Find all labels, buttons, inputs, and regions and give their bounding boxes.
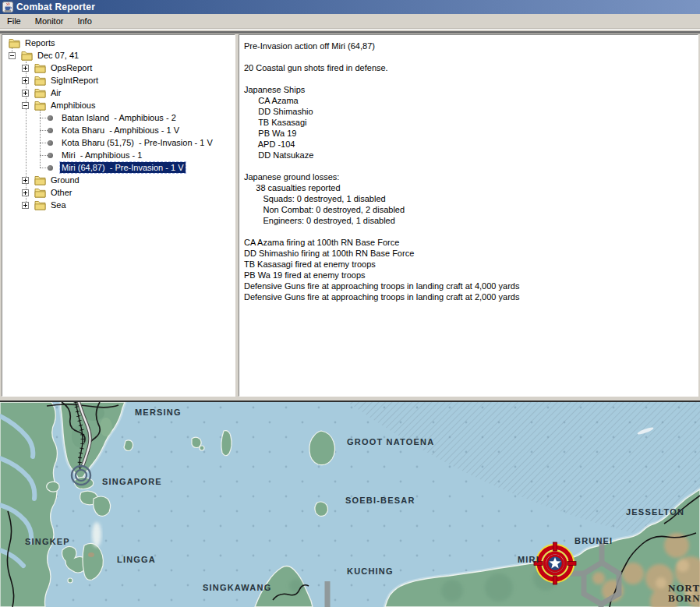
menu-item-file[interactable]: File — [1, 15, 27, 27]
map-label-singkawang: SINGKAWANG — [203, 583, 271, 592]
report-line: DD Shimashio — [244, 106, 693, 117]
report-line: Japanese Ships — [244, 84, 693, 95]
tree-item-label: Sea — [49, 199, 68, 210]
window-title: Combat Reporter — [16, 2, 95, 12]
report-line — [244, 226, 693, 237]
tree-item-label: Other — [49, 187, 74, 198]
tree-item-label: Dec 07, 41 — [36, 50, 80, 61]
report-text: Pre-Invasion action off Miri (64,87) 20 … — [239, 35, 698, 308]
tree-item-air[interactable]: Air — [2, 86, 235, 99]
report-tree-panel[interactable]: ReportsDec 07, 41OpsReportSigIntReportAi… — [2, 34, 235, 397]
report-line: DD Natsukaze — [244, 150, 693, 161]
tree-item-dec-07-41[interactable]: Dec 07, 41 — [2, 49, 235, 62]
map-label-kuching: KUCHING — [347, 566, 394, 576]
java-coffee-cup-icon — [2, 2, 13, 12]
menu-bar: FileMonitorInfo — [0, 14, 700, 29]
report-line: 38 casualties reported — [244, 182, 693, 193]
port-circle-marker — [69, 464, 93, 490]
report-line: Squads: 0 destroyed, 1 disabled — [244, 193, 693, 204]
report-line: Japanese ground losses: — [244, 171, 693, 182]
tree-item-kota-bharu-amphibious-1-v[interactable]: Kota Bharu - Amphibious - 1 V — [2, 124, 235, 136]
combat-reporter-window: { "window": { "title": "Combat Reporter"… — [0, 0, 700, 607]
menu-item-monitor[interactable]: Monitor — [29, 15, 70, 27]
report-line: Non Combat: 0 destroyed, 2 disabled — [244, 204, 693, 215]
tree-item-label: SigIntReport — [49, 75, 100, 86]
folder-icon — [34, 63, 46, 73]
title-bar[interactable]: Combat Reporter — [0, 0, 700, 14]
plus-expander-icon[interactable] — [22, 65, 29, 72]
landmass-sumatra — [0, 402, 57, 607]
report-line: Pre-Invasion action off Miri (64,87) — [244, 41, 693, 51]
report-bullet-icon — [48, 128, 53, 133]
tree-item-batan-island-amphibious-2[interactable]: Batan Island - Amphibious - 2 — [2, 111, 235, 124]
minus-expander-icon[interactable] — [9, 52, 16, 59]
report-bullet-icon — [48, 153, 53, 158]
map-label-lingga: LINGGA — [117, 555, 156, 564]
report-line — [244, 51, 693, 62]
tree-item-sea[interactable]: Sea — [2, 199, 235, 211]
invasion-target-marker[interactable] — [533, 542, 577, 588]
tree-item-label: Batan Island - Amphibious - 2 — [60, 112, 178, 123]
island-groot-natoena — [309, 431, 335, 465]
tree-item-label: Miri (64,87) - Pre-Invasion - 1 V — [60, 162, 186, 173]
tree-item-opsreport[interactable]: OpsReport — [2, 62, 235, 74]
report-bullet-icon — [48, 165, 53, 171]
folder-icon — [34, 200, 46, 210]
report-tree: ReportsDec 07, 41OpsReportSigIntReportAi… — [2, 35, 235, 211]
minus-expander-icon[interactable] — [22, 102, 29, 109]
tree-item-label: Reports — [23, 37, 57, 48]
plus-expander-icon[interactable] — [22, 90, 29, 97]
report-bullet-icon — [48, 115, 53, 121]
map-label-groot-natoena: GROOT NATOENA — [347, 437, 434, 446]
tree-item-label: OpsReport — [49, 62, 94, 73]
map-label-brunei: BRUNEI — [574, 536, 613, 545]
map-label-mersing: MERSING — [135, 408, 182, 417]
island-soebi-besar — [315, 502, 328, 516]
tree-item-ground[interactable]: Ground — [2, 174, 235, 186]
tree-item-other[interactable]: Other — [2, 186, 235, 199]
report-line: CA Azama — [244, 95, 693, 106]
folder-icon — [34, 76, 46, 86]
plus-expander-icon[interactable] — [22, 202, 29, 209]
plus-expander-icon[interactable] — [22, 189, 29, 196]
tree-item-label: Ground — [49, 175, 81, 185]
report-line: Engineers: 0 destroyed, 1 disabled — [244, 215, 693, 226]
tree-item-sigintreport[interactable]: SigIntReport — [2, 74, 235, 86]
folder-icon — [34, 101, 46, 111]
menu-item-info[interactable]: Info — [71, 15, 97, 27]
folder-icon — [34, 175, 46, 185]
folder-icon — [34, 188, 46, 198]
report-bullet-icon — [48, 140, 53, 146]
tree-item-label: Amphibious — [49, 100, 97, 111]
tree-item-miri-64-87-pre-invasion-1-v[interactable]: Miri (64,87) - Pre-Invasion - 1 V — [2, 161, 235, 174]
work-area: ReportsDec 07, 41OpsReportSigIntReportAi… — [0, 34, 700, 401]
map: MERSINGGROOT NATOENASINGAPORESOEBI-BESAR… — [0, 401, 700, 607]
report-line — [244, 73, 693, 84]
report-line — [244, 161, 693, 171]
report-line: TB Kasasagi fired at enemy troops — [244, 259, 693, 270]
report-text-panel[interactable]: Pre-Invasion action off Miri (64,87) 20 … — [239, 34, 698, 397]
tree-item-label: Kota Bharu - Amphibious - 1 V — [60, 125, 181, 136]
plus-expander-icon[interactable] — [22, 77, 29, 84]
tree-item-amphibious[interactable]: Amphibious — [2, 99, 235, 111]
plus-expander-icon[interactable] — [22, 177, 29, 184]
tree-item-miri-amphibious-1[interactable]: Miri - Amphibious - 1 — [2, 149, 235, 161]
report-line: Defensive Guns fire at approaching troop… — [244, 281, 693, 291]
tree-item-reports[interactable]: Reports — [2, 37, 235, 49]
report-line: 20 Coastal gun shots fired in defense. — [244, 62, 693, 73]
map-label-miri: MIRI — [518, 555, 539, 564]
map-label-singkep: SINGKEP — [25, 537, 70, 546]
report-line: APD -104 — [244, 139, 693, 150]
report-line: TB Kasasagi — [244, 117, 693, 128]
report-line: PB Wa 19 fired at enemy troops — [244, 270, 693, 281]
report-line: CA Azama firing at 100th RN Base Force — [244, 237, 693, 248]
report-line: PB Wa 19 — [244, 128, 693, 139]
shoal-reef — [92, 522, 101, 547]
folder-icon — [9, 38, 20, 48]
tree-item-kota-bharu-51-75-pre-invasion-1-v[interactable]: Kota Bharu (51,75) - Pre-Invasion - 1 V — [2, 136, 235, 149]
folder-icon — [21, 51, 33, 61]
tree-item-label: Air — [49, 87, 62, 98]
report-line: Defensive Guns fire at approaching troop… — [244, 291, 693, 302]
tree-item-label: Kota Bharu (51,75) - Pre-Invasion - 1 V — [60, 137, 214, 148]
map-label-soebi-besar: SOEBI-BESAR — [345, 496, 415, 505]
